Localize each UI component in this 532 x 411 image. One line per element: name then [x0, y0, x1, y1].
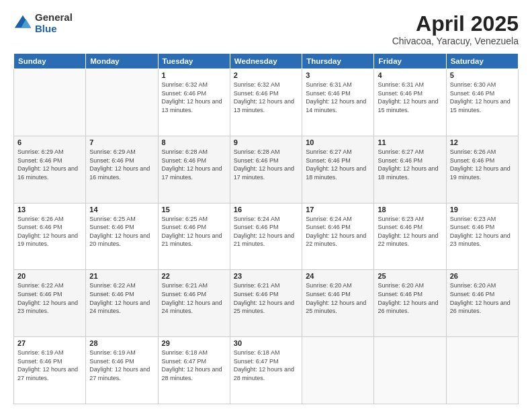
calendar-cell: 7Sunrise: 6:29 AM Sunset: 6:46 PM Daylig… [86, 136, 158, 203]
day-info: Sunrise: 6:31 AM Sunset: 6:46 PM Dayligh… [306, 81, 370, 114]
day-of-week-header: Thursday [302, 54, 374, 69]
calendar-cell: 8Sunrise: 6:28 AM Sunset: 6:46 PM Daylig… [158, 136, 230, 203]
day-info: Sunrise: 6:29 AM Sunset: 6:46 PM Dayligh… [17, 148, 82, 181]
day-info: Sunrise: 6:18 AM Sunset: 6:47 PM Dayligh… [162, 349, 226, 382]
calendar-cell: 19Sunrise: 6:23 AM Sunset: 6:46 PM Dayli… [446, 203, 518, 270]
calendar-week-row: 6Sunrise: 6:29 AM Sunset: 6:46 PM Daylig… [14, 136, 519, 203]
calendar-cell [302, 337, 374, 404]
calendar-cell: 16Sunrise: 6:24 AM Sunset: 6:46 PM Dayli… [230, 203, 302, 270]
page: General Blue April 2025 Chivacoa, Yaracu… [0, 0, 532, 411]
day-info: Sunrise: 6:32 AM Sunset: 6:46 PM Dayligh… [162, 81, 226, 114]
day-number: 10 [306, 138, 370, 146]
day-info: Sunrise: 6:24 AM Sunset: 6:46 PM Dayligh… [306, 215, 370, 248]
calendar-cell: 28Sunrise: 6:19 AM Sunset: 6:46 PM Dayli… [86, 337, 158, 404]
header: General Blue April 2025 Chivacoa, Yaracu… [13, 12, 519, 46]
day-number: 27 [17, 339, 82, 347]
day-info: Sunrise: 6:20 AM Sunset: 6:46 PM Dayligh… [378, 281, 442, 315]
day-number: 4 [378, 71, 442, 79]
day-number: 13 [17, 205, 82, 214]
day-info: Sunrise: 6:28 AM Sunset: 6:46 PM Dayligh… [162, 148, 226, 181]
day-info: Sunrise: 6:23 AM Sunset: 6:46 PM Dayligh… [378, 215, 442, 248]
title-area: April 2025 Chivacoa, Yaracuy, Venezuela [392, 12, 519, 46]
day-info: Sunrise: 6:23 AM Sunset: 6:46 PM Dayligh… [450, 215, 515, 248]
day-info: Sunrise: 6:27 AM Sunset: 6:46 PM Dayligh… [378, 148, 442, 181]
day-of-week-header: Monday [86, 54, 158, 69]
calendar-cell: 30Sunrise: 6:18 AM Sunset: 6:47 PM Dayli… [230, 337, 302, 404]
calendar-week-row: 13Sunrise: 6:26 AM Sunset: 6:46 PM Dayli… [14, 203, 519, 270]
day-info: Sunrise: 6:22 AM Sunset: 6:46 PM Dayligh… [17, 281, 82, 315]
day-number: 24 [306, 272, 370, 280]
day-info: Sunrise: 6:28 AM Sunset: 6:46 PM Dayligh… [234, 148, 298, 181]
day-info: Sunrise: 6:19 AM Sunset: 6:46 PM Dayligh… [89, 349, 154, 382]
day-number: 26 [450, 272, 515, 280]
day-info: Sunrise: 6:26 AM Sunset: 6:46 PM Dayligh… [17, 215, 82, 248]
day-number: 2 [234, 71, 298, 79]
calendar-header-row: SundayMondayTuesdayWednesdayThursdayFrid… [14, 54, 519, 69]
calendar-week-row: 27Sunrise: 6:19 AM Sunset: 6:46 PM Dayli… [14, 337, 519, 404]
calendar-cell: 10Sunrise: 6:27 AM Sunset: 6:46 PM Dayli… [302, 136, 374, 203]
day-number: 1 [162, 71, 226, 79]
day-info: Sunrise: 6:20 AM Sunset: 6:46 PM Dayligh… [450, 281, 515, 315]
day-info: Sunrise: 6:27 AM Sunset: 6:46 PM Dayligh… [306, 148, 370, 181]
day-number: 12 [450, 138, 515, 146]
day-number: 17 [306, 205, 370, 214]
day-info: Sunrise: 6:19 AM Sunset: 6:46 PM Dayligh… [17, 349, 82, 382]
day-info: Sunrise: 6:21 AM Sunset: 6:46 PM Dayligh… [234, 281, 298, 315]
day-number: 11 [378, 138, 442, 146]
calendar-week-row: 1Sunrise: 6:32 AM Sunset: 6:46 PM Daylig… [14, 69, 519, 136]
day-of-week-header: Tuesday [158, 54, 230, 69]
calendar-cell: 27Sunrise: 6:19 AM Sunset: 6:46 PM Dayli… [14, 337, 86, 404]
day-info: Sunrise: 6:25 AM Sunset: 6:46 PM Dayligh… [89, 215, 154, 248]
calendar-cell: 23Sunrise: 6:21 AM Sunset: 6:46 PM Dayli… [230, 270, 302, 337]
calendar-cell: 18Sunrise: 6:23 AM Sunset: 6:46 PM Dayli… [374, 203, 446, 270]
logo-general: General [35, 12, 73, 24]
day-info: Sunrise: 6:20 AM Sunset: 6:46 PM Dayligh… [306, 281, 370, 315]
calendar-cell: 4Sunrise: 6:31 AM Sunset: 6:46 PM Daylig… [374, 69, 446, 136]
calendar-cell: 15Sunrise: 6:25 AM Sunset: 6:46 PM Dayli… [158, 203, 230, 270]
day-info: Sunrise: 6:32 AM Sunset: 6:46 PM Dayligh… [234, 81, 298, 114]
logo: General Blue [13, 12, 73, 34]
calendar-cell: 14Sunrise: 6:25 AM Sunset: 6:46 PM Dayli… [86, 203, 158, 270]
day-number: 22 [162, 272, 226, 280]
calendar-cell [86, 69, 158, 136]
day-number: 8 [162, 138, 226, 146]
day-of-week-header: Friday [374, 54, 446, 69]
day-number: 9 [234, 138, 298, 146]
calendar-cell: 21Sunrise: 6:22 AM Sunset: 6:46 PM Dayli… [86, 270, 158, 337]
calendar-cell: 26Sunrise: 6:20 AM Sunset: 6:46 PM Dayli… [446, 270, 518, 337]
day-of-week-header: Sunday [14, 54, 86, 69]
calendar-cell: 6Sunrise: 6:29 AM Sunset: 6:46 PM Daylig… [14, 136, 86, 203]
calendar-cell: 17Sunrise: 6:24 AM Sunset: 6:46 PM Dayli… [302, 203, 374, 270]
day-number: 18 [378, 205, 442, 214]
day-number: 3 [306, 71, 370, 79]
calendar-table: SundayMondayTuesdayWednesdayThursdayFrid… [13, 53, 519, 404]
day-number: 29 [162, 339, 226, 347]
day-info: Sunrise: 6:29 AM Sunset: 6:46 PM Dayligh… [89, 148, 154, 181]
calendar-cell: 11Sunrise: 6:27 AM Sunset: 6:46 PM Dayli… [374, 136, 446, 203]
calendar-cell: 20Sunrise: 6:22 AM Sunset: 6:46 PM Dayli… [14, 270, 86, 337]
day-info: Sunrise: 6:26 AM Sunset: 6:46 PM Dayligh… [450, 148, 515, 181]
calendar-cell: 24Sunrise: 6:20 AM Sunset: 6:46 PM Dayli… [302, 270, 374, 337]
calendar-cell: 2Sunrise: 6:32 AM Sunset: 6:46 PM Daylig… [230, 69, 302, 136]
calendar-cell: 12Sunrise: 6:26 AM Sunset: 6:46 PM Dayli… [446, 136, 518, 203]
calendar-cell: 13Sunrise: 6:26 AM Sunset: 6:46 PM Dayli… [14, 203, 86, 270]
day-info: Sunrise: 6:30 AM Sunset: 6:46 PM Dayligh… [450, 81, 515, 114]
day-number: 20 [17, 272, 82, 280]
day-info: Sunrise: 6:22 AM Sunset: 6:46 PM Dayligh… [89, 281, 154, 315]
day-info: Sunrise: 6:24 AM Sunset: 6:46 PM Dayligh… [234, 215, 298, 248]
day-number: 14 [89, 205, 154, 214]
day-number: 23 [234, 272, 298, 280]
day-info: Sunrise: 6:21 AM Sunset: 6:46 PM Dayligh… [162, 281, 226, 315]
day-number: 28 [89, 339, 154, 347]
day-number: 30 [234, 339, 298, 347]
day-info: Sunrise: 6:18 AM Sunset: 6:47 PM Dayligh… [234, 349, 298, 382]
day-of-week-header: Saturday [446, 54, 518, 69]
logo-icon [13, 14, 32, 33]
calendar-cell [374, 337, 446, 404]
day-number: 19 [450, 205, 515, 214]
day-info: Sunrise: 6:31 AM Sunset: 6:46 PM Dayligh… [378, 81, 442, 114]
logo-blue: Blue [35, 24, 73, 35]
day-number: 21 [89, 272, 154, 280]
calendar-cell: 29Sunrise: 6:18 AM Sunset: 6:47 PM Dayli… [158, 337, 230, 404]
day-number: 16 [234, 205, 298, 214]
